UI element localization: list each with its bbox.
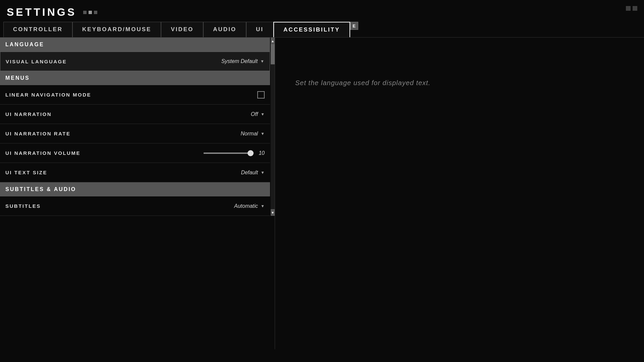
dot-2 (89, 11, 92, 14)
main-content: LANGUAGE VISUAL LANGUAGE System Default … (0, 38, 644, 349)
setting-ui-narration-rate[interactable]: UI NARRATION RATE Normal ▼ (0, 124, 270, 143)
tabs-bar: CONTROLLER KEYBOARD/MOUSE VIDEO AUDIO UI… (0, 22, 644, 38)
header: SETTINGS (0, 0, 644, 22)
e-badge: E (350, 22, 358, 30)
page-title: SETTINGS (7, 6, 76, 18)
setting-visual-language[interactable]: VISUAL LANGUAGE System Default ▼ (0, 52, 270, 71)
linear-nav-checkbox[interactable] (257, 91, 265, 99)
setting-ui-narration-volume[interactable]: UI NARRATION VOLUME 10 (0, 143, 270, 163)
ui-text-size-label: UI TEXT SIZE (5, 170, 47, 175)
scroll-arrow-down[interactable]: ▼ (271, 209, 275, 216)
ui-narration-volume-label: UI NARRATION VOLUME (5, 150, 80, 156)
tab-controller[interactable]: CONTROLLER (3, 22, 72, 37)
ui-narration-volume-value: 10 (255, 150, 265, 156)
window-control-2 (633, 6, 637, 11)
ui-text-size-text: Default (241, 170, 258, 176)
title-dots (83, 11, 97, 14)
scrollbar-thumb[interactable] (271, 44, 275, 64)
subtitles-label: SUBTITLES (5, 203, 41, 209)
ui-narration-rate-arrow: ▼ (261, 131, 265, 136)
visual-language-label: VISUAL LANGUAGE (6, 59, 67, 64)
visual-language-arrow: ▼ (260, 59, 264, 64)
dot-1 (83, 11, 87, 14)
linear-nav-label: LINEAR NAVIGATION MODE (5, 92, 91, 98)
slider-fill (204, 153, 251, 154)
info-panel: Set the language used for displayed text… (275, 38, 644, 349)
tab-accessibility[interactable]: ACCESSIBILITY (273, 22, 350, 37)
ui-text-size-arrow: ▼ (261, 170, 265, 175)
setting-subtitles[interactable]: SUBTITLES Automatic ▼ (0, 196, 270, 216)
settings-panel: LANGUAGE VISUAL LANGUAGE System Default … (0, 38, 275, 349)
section-menus: MENUS (0, 71, 270, 85)
ui-narration-rate-label: UI NARRATION RATE (5, 131, 70, 136)
setting-linear-nav[interactable]: LINEAR NAVIGATION MODE (0, 85, 270, 105)
tab-audio[interactable]: AUDIO (203, 22, 246, 37)
ui-narration-rate-text: Normal (241, 131, 258, 137)
tab-keyboard-mouse[interactable]: KEYBOARD/MOUSE (72, 22, 161, 37)
setting-ui-text-size[interactable]: UI TEXT SIZE Default ▼ (0, 163, 270, 182)
ui-narration-arrow: ▼ (261, 112, 265, 117)
tab-video[interactable]: VIDEO (161, 22, 203, 37)
slider-track[interactable] (204, 153, 251, 154)
ui-text-size-value[interactable]: Default ▼ (241, 170, 265, 176)
window-controls (626, 6, 637, 11)
subtitles-text: Automatic (234, 203, 258, 209)
visual-language-text: System Default (221, 58, 258, 64)
ui-narration-rate-value[interactable]: Normal ▼ (241, 131, 265, 137)
tabs-container: CONTROLLER KEYBOARD/MOUSE VIDEO AUDIO UI… (2, 22, 358, 37)
section-subtitles-audio: SUBTITLES & AUDIO (0, 182, 270, 196)
ui-narration-volume-slider[interactable]: 10 (204, 150, 265, 156)
subtitles-arrow: ▼ (261, 204, 265, 208)
section-language: LANGUAGE (0, 38, 270, 52)
window-control-1 (626, 6, 631, 11)
subtitles-value[interactable]: Automatic ▼ (234, 203, 265, 209)
tab-ui[interactable]: UI (246, 22, 273, 37)
scrollbar-track[interactable]: ▲ ▼ (271, 38, 275, 216)
dot-3 (94, 11, 97, 14)
ui-narration-label: UI NARRATION (5, 111, 52, 117)
ui-narration-value[interactable]: Off ▼ (251, 111, 265, 117)
setting-ui-narration[interactable]: UI NARRATION Off ▼ (0, 105, 270, 124)
ui-narration-text: Off (251, 111, 258, 117)
visual-language-value[interactable]: System Default ▼ (221, 58, 264, 64)
info-description: Set the language used for displayed text… (295, 78, 430, 88)
slider-thumb[interactable] (248, 150, 254, 156)
scroll-arrow-up[interactable]: ▲ (271, 38, 275, 44)
